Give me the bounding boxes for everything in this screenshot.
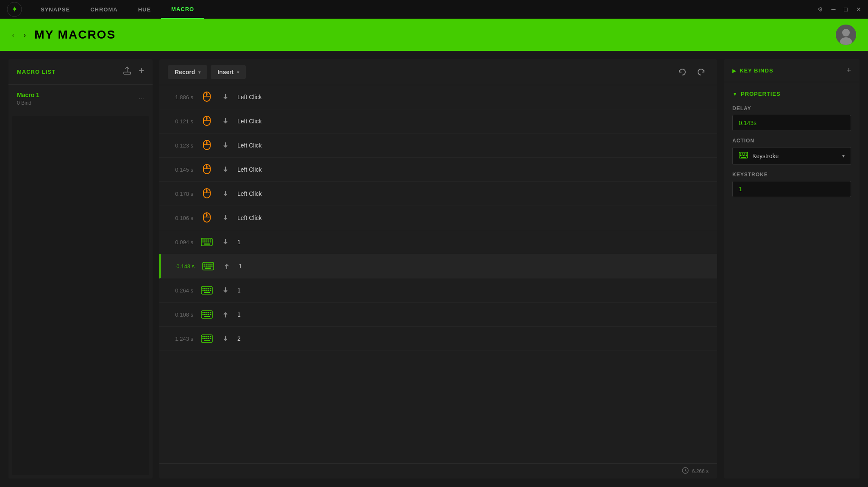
macro-entry[interactable]: 1.243 s 2 (159, 327, 717, 351)
macro-entry-direction (220, 92, 231, 102)
keyboard-icon (739, 152, 748, 160)
svg-rect-39 (204, 239, 206, 241)
nav-chroma[interactable]: CHROMA (80, 0, 128, 19)
svg-rect-45 (206, 242, 208, 243)
svg-rect-97 (206, 338, 208, 340)
nav-synapse[interactable]: SYNAPSE (31, 0, 80, 19)
insert-label: Insert (217, 69, 234, 75)
macro-entry[interactable]: 0.143 s 1 (159, 254, 717, 278)
nav-macro[interactable]: MACRO (161, 0, 204, 19)
svg-rect-100 (204, 340, 210, 342)
page-title: MY MACROS (34, 28, 827, 42)
keyboard-icon (200, 235, 214, 249)
undo-button[interactable] (675, 64, 690, 80)
macro-entry[interactable]: 0.108 s 1 (159, 303, 717, 327)
svg-rect-52 (206, 264, 207, 265)
total-time-value: 6.266 s (692, 468, 709, 474)
macro-entry[interactable]: 1.886 s Left Click (159, 85, 717, 109)
svg-rect-56 (204, 266, 205, 267)
action-label: ACTION (732, 138, 851, 144)
svg-rect-108 (744, 153, 745, 155)
mouse-icon (200, 114, 214, 128)
svg-rect-64 (203, 288, 204, 289)
macro-entry-direction (220, 116, 231, 126)
action-field-group: ACTION (732, 138, 851, 165)
svg-rect-112 (743, 155, 744, 156)
svg-rect-74 (204, 292, 210, 293)
svg-rect-43 (203, 242, 204, 243)
svg-rect-99 (210, 338, 211, 340)
mouse-icon (200, 90, 214, 104)
keybinds-chevron: ▶ (732, 68, 736, 74)
macro-entry-time: 0.143 s (169, 263, 195, 270)
keystroke-label: KEYSTROKE (732, 172, 851, 178)
svg-rect-80 (208, 312, 209, 313)
svg-rect-94 (210, 336, 211, 337)
insert-button[interactable]: Insert ▾ (211, 65, 246, 79)
macro-entry[interactable]: 0.264 s 1 (159, 278, 717, 303)
keyboard-icon (200, 308, 214, 321)
add-keybind-button[interactable]: + (846, 66, 851, 75)
svg-rect-106 (740, 153, 741, 155)
macro-entry-direction (220, 213, 231, 223)
svg-rect-35 (206, 214, 208, 216)
macro-entry[interactable]: 0.106 s Left Click (159, 206, 717, 230)
macro-entry[interactable]: 0.178 s Left Click (159, 182, 717, 206)
svg-rect-81 (210, 312, 211, 313)
minimize-button[interactable]: ─ (832, 6, 836, 13)
macro-entry-time: 0.108 s (168, 312, 193, 318)
macro-entry-label: 1 (237, 287, 241, 294)
properties-chevron: ▼ (732, 91, 737, 97)
add-macro-button[interactable]: + (139, 66, 144, 78)
svg-rect-72 (208, 290, 209, 291)
keystroke-input[interactable] (732, 181, 851, 197)
macro-entry[interactable]: 0.121 s Left Click (159, 109, 717, 134)
svg-rect-59 (209, 266, 211, 267)
svg-rect-90 (203, 336, 204, 337)
macro-item-bind: 0 Bind (17, 100, 39, 106)
svg-rect-66 (206, 288, 208, 289)
settings-icon[interactable]: ⚙ (818, 6, 823, 13)
macro-entry-direction (220, 237, 231, 247)
action-select[interactable]: Keystroke ▾ (732, 147, 851, 165)
close-button[interactable]: ✕ (856, 6, 861, 13)
svg-rect-87 (204, 316, 210, 317)
delay-input[interactable] (732, 115, 851, 131)
svg-rect-42 (210, 239, 211, 241)
svg-rect-5 (124, 72, 131, 74)
macro-more-button[interactable]: ··· (139, 95, 144, 103)
macro-item-name: Macro 1 (17, 92, 39, 98)
svg-rect-77 (203, 312, 204, 313)
avatar[interactable] (836, 25, 856, 45)
macro-entry-time: 1.886 s (168, 94, 193, 100)
svg-rect-10 (206, 93, 208, 95)
svg-rect-115 (741, 157, 746, 158)
svg-rect-85 (208, 314, 209, 315)
forward-button[interactable]: › (23, 30, 26, 40)
mouse-icon (200, 139, 214, 152)
svg-rect-69 (203, 290, 204, 291)
macro-list-actions: + (122, 66, 144, 78)
macro-entry[interactable]: 0.145 s Left Click (159, 158, 717, 182)
svg-rect-44 (204, 242, 206, 243)
macro-entry[interactable]: 0.123 s Left Click (159, 134, 717, 158)
svg-rect-91 (204, 336, 206, 337)
macro-entries-list: 1.886 s Left Click0.121 s Left Click0.12… (159, 85, 717, 463)
nav-hue[interactable]: HUE (128, 0, 161, 19)
back-button[interactable]: ‹ (12, 30, 15, 40)
svg-rect-55 (211, 264, 213, 265)
svg-rect-109 (746, 153, 747, 155)
svg-rect-96 (204, 338, 206, 340)
action-chevron: ▾ (842, 153, 845, 159)
macro-entry-time: 0.178 s (168, 191, 193, 197)
export-button[interactable] (122, 66, 132, 78)
macro-entry[interactable]: 0.094 s 1 (159, 230, 717, 254)
macro-item[interactable]: Macro 1 0 Bind ··· (8, 85, 153, 113)
header-bar: ‹ › MY MACROS (0, 19, 868, 51)
properties-title: PROPERTIES (741, 91, 781, 97)
macro-entry-label: 1 (237, 311, 241, 318)
redo-button[interactable] (693, 64, 709, 80)
record-button[interactable]: Record ▾ (168, 65, 207, 79)
maximize-button[interactable]: □ (844, 6, 848, 13)
macro-item-info: Macro 1 0 Bind (17, 92, 39, 106)
